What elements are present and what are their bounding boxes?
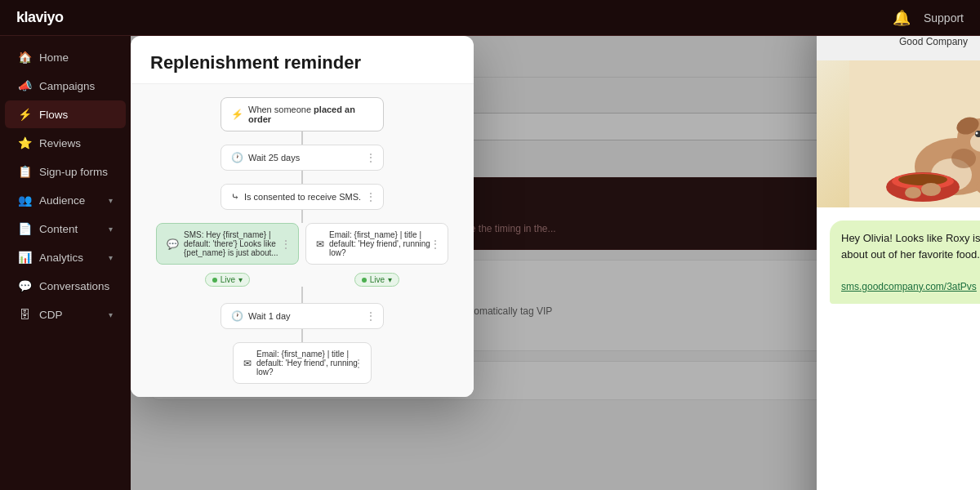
connector: [301, 131, 303, 145]
svg-point-13: [921, 183, 941, 196]
product-image: [817, 60, 980, 207]
audience-icon: 👥: [18, 194, 31, 207]
sidebar-item-campaigns[interactable]: 📣 Campaigns: [5, 72, 126, 100]
sidebar-item-flows[interactable]: ⚡ Flows: [5, 100, 126, 128]
svg-point-12: [898, 174, 947, 185]
sidebar-label-campaigns: Campaigns: [39, 80, 95, 92]
more-icon[interactable]: ⋮: [280, 238, 292, 251]
email-icon-2: ✉: [243, 358, 252, 369]
sidebar-item-analytics[interactable]: 📊 Analytics ▾: [5, 243, 126, 271]
sidebar-item-content[interactable]: 📄 Content ▾: [5, 215, 126, 243]
email-icon: ✉: [316, 238, 324, 250]
cdp-icon: 🗄: [18, 308, 31, 321]
split-row: 💬 SMS: Hey {first_name} | default: 'ther…: [156, 223, 448, 287]
sms-icon: 💬: [167, 238, 179, 250]
modal-header: Replenishment reminder: [131, 36, 474, 84]
sidebar-item-conversations[interactable]: 💬 Conversations: [5, 272, 126, 300]
chat-link[interactable]: sms.goodcompany.com/3atPvs: [841, 281, 977, 292]
email-live-badge[interactable]: Live ▾: [354, 270, 399, 287]
bell-icon[interactable]: 🔔: [893, 9, 911, 27]
phone-chat-area: Hey Olivia! Looks like Roxy is just abou…: [817, 207, 980, 490]
wait-node-1: 🕐 Wait 25 days ⋮: [220, 145, 384, 171]
sidebar-item-reviews[interactable]: ⭐ Reviews: [5, 129, 126, 157]
chevron-down-icon: ▾: [109, 310, 113, 319]
sidebar-label-analytics: Analytics: [39, 252, 83, 264]
sidebar-item-audience[interactable]: 👥 Audience ▾: [5, 186, 126, 214]
sidebar-label-conversations: Conversations: [39, 280, 109, 292]
phone-header: ‹ G+C Good Company: [817, 36, 980, 60]
email-text-2: Email: {first_name} | title | default: '…: [256, 350, 361, 376]
content-area: Flows › Library ← Back to library Other …: [131, 36, 980, 490]
trigger-node: ⚡ When someone placed an order: [220, 97, 384, 131]
sidebar-item-home[interactable]: 🏠 Home: [5, 43, 126, 71]
chat-message: Hey Olivia! Looks like Roxy is just abou…: [841, 232, 980, 261]
sidebar-item-signup-forms[interactable]: 📋 Sign-up forms: [5, 158, 126, 185]
connector: [301, 210, 303, 223]
analytics-icon: 📊: [18, 251, 31, 264]
more-icon[interactable]: ⋮: [430, 238, 441, 251]
connector: [301, 329, 303, 342]
chevron-down-icon: ▾: [109, 225, 113, 234]
chevron-down-icon: ▾: [109, 253, 113, 262]
main-layout: 🏠 Home 📣 Campaigns ⚡ Flows ⭐ Reviews 📋 S…: [0, 36, 980, 490]
sms-live-badge[interactable]: Live ▾: [205, 270, 250, 287]
more-icon[interactable]: ⋮: [365, 151, 376, 164]
conversations-icon: 💬: [18, 279, 31, 292]
wait-node-2: 🕐 Wait 1 day ⋮: [220, 303, 384, 329]
modal-body: ⚡ When someone placed an order 🕐 Wait 25…: [131, 84, 474, 397]
wait-text-1: Wait 25 days: [248, 153, 300, 163]
sidebar-label-flows: Flows: [39, 109, 68, 121]
condition-icon: ⤷: [231, 191, 239, 203]
trigger-text: When someone placed an order: [248, 105, 373, 124]
sms-text: SMS: Hey {first_name} | default: 'there'…: [184, 230, 288, 257]
phone-mockup: ‹ G+C Good Company: [817, 36, 980, 490]
svg-point-9: [976, 132, 978, 135]
svg-point-14: [905, 187, 921, 198]
more-icon[interactable]: ⋮: [365, 190, 376, 203]
sidebar-label-audience: Audience: [39, 194, 85, 207]
email-node-2: ✉ Email: {first_name} | title | default:…: [233, 342, 372, 384]
flow-diagram: ⚡ When someone placed an order 🕐 Wait 25…: [131, 84, 474, 397]
campaigns-icon: 📣: [18, 79, 31, 92]
top-nav: klaviyo 🔔 Support: [0, 0, 980, 36]
clock-icon-2: 🕐: [231, 310, 243, 322]
wait-text-2: Wait 1 day: [248, 311, 291, 321]
sidebar-label-home: Home: [39, 51, 69, 64]
nav-right: 🔔 Support: [893, 9, 964, 27]
sidebar-label-signup-forms: Sign-up forms: [39, 166, 108, 178]
svg-point-16: [951, 149, 976, 168]
sms-node: 💬 SMS: Hey {first_name} | default: 'ther…: [156, 223, 299, 265]
chevron-down-icon: ▾: [109, 196, 113, 205]
dog-illustration: [849, 60, 980, 207]
connector: [301, 287, 303, 303]
signup-forms-icon: 📋: [18, 165, 31, 178]
klaviyo-logo: klaviyo: [16, 9, 64, 26]
flows-icon: ⚡: [18, 108, 31, 121]
reviews-icon: ⭐: [18, 136, 31, 149]
support-link[interactable]: Support: [924, 11, 964, 24]
sidebar-label-cdp: CDP: [39, 309, 63, 321]
condition-text: Is consented to receive SMS.: [244, 192, 361, 202]
company-name: Good Company: [835, 36, 980, 47]
sidebar-label-reviews: Reviews: [39, 137, 81, 149]
sidebar: 🏠 Home 📣 Campaigns ⚡ Flows ⭐ Reviews 📋 S…: [0, 36, 131, 490]
condition-node: ⤷ Is consented to receive SMS. ⋮: [220, 184, 384, 210]
modal: Replenishment reminder ⚡ When someone pl…: [131, 36, 474, 397]
trigger-icon: ⚡: [231, 109, 243, 120]
sidebar-item-cdp[interactable]: 🗄 CDP ▾: [5, 301, 126, 328]
more-icon[interactable]: ⋮: [353, 357, 364, 370]
home-icon: 🏠: [18, 51, 31, 64]
sidebar-label-content: Content: [39, 223, 78, 235]
more-icon[interactable]: ⋮: [365, 310, 376, 323]
content-icon: 📄: [18, 222, 31, 235]
modal-title: Replenishment reminder: [150, 52, 454, 74]
chat-bubble: Hey Olivia! Looks like Roxy is just abou…: [830, 220, 980, 304]
email-text-1: Email: {first_name} | title | default: '…: [329, 230, 438, 257]
connector: [301, 171, 303, 184]
clock-icon: 🕐: [231, 152, 243, 163]
email-node-1: ✉ Email: {first_name} | title | default:…: [305, 223, 448, 265]
